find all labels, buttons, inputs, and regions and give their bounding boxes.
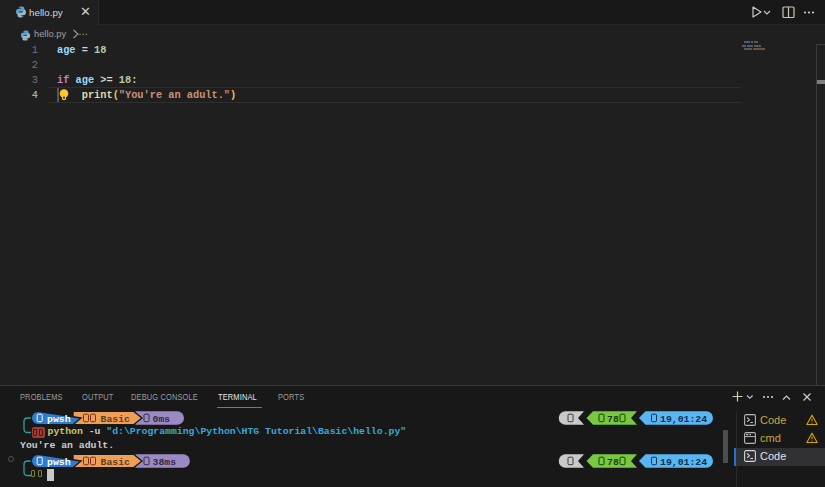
svg-text:Basic: Basic <box>101 414 131 425</box>
svg-text:38ms: 38ms <box>153 457 177 468</box>
svg-text:Basic: Basic <box>101 457 131 468</box>
svg-text:78: 78 <box>607 457 619 468</box>
svg-text:19,01:24: 19,01:24 <box>660 457 707 468</box>
svg-text:0ms: 0ms <box>153 414 171 425</box>
svg-text:pwsh: pwsh <box>47 457 71 468</box>
svg-text:19,01:24: 19,01:24 <box>660 414 707 425</box>
svg-text:pwsh: pwsh <box>47 414 71 425</box>
svg-text:78: 78 <box>607 414 619 425</box>
